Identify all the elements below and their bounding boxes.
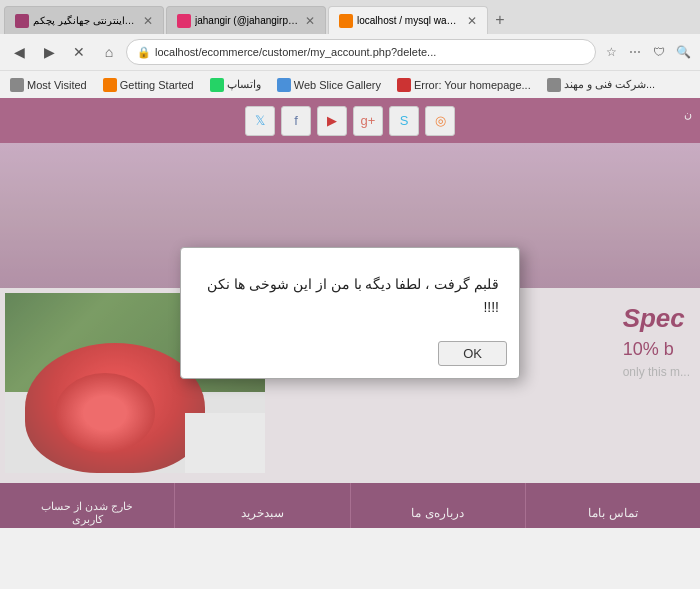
- tab-favicon-1: [15, 14, 29, 28]
- tab-2[interactable]: jahangir (@jahangirpachkam) • In... ✕: [166, 6, 326, 34]
- bookmark-icon-4: [277, 78, 291, 92]
- forward-button[interactable]: ▶: [36, 39, 62, 65]
- browser-chrome: فروشگاه اینترنتی جهانگیر پچکم ✕ jahangir…: [0, 0, 700, 98]
- tab-close-3[interactable]: ✕: [467, 14, 477, 28]
- tab-close-2[interactable]: ✕: [305, 14, 315, 28]
- bookmark-icon-2: [103, 78, 117, 92]
- bookmark-company[interactable]: شرکت فنی و مهند...: [543, 76, 659, 94]
- bookmarks-bar: Most Visited Getting Started واتساپ Web …: [0, 70, 700, 98]
- address-row: ◀ ▶ ✕ ⌂ 🔒 localhost/ecommerce/customer/m…: [0, 34, 700, 70]
- shield-button[interactable]: 🛡: [648, 41, 670, 63]
- address-bar[interactable]: 🔒 localhost/ecommerce/customer/my_accoun…: [126, 39, 596, 65]
- tab-favicon-2: [177, 14, 191, 28]
- tab-1[interactable]: فروشگاه اینترنتی جهانگیر پچکم ✕: [4, 6, 164, 34]
- address-actions: ☆ ⋯ 🛡 🔍: [600, 41, 694, 63]
- new-tab-button[interactable]: +: [488, 8, 512, 32]
- bookmark-error[interactable]: Error: Your homepage...: [393, 76, 535, 94]
- address-text: localhost/ecommerce/customer/my_account.…: [155, 46, 585, 58]
- tab-3[interactable]: localhost / mysql wampserver / ec... ✕: [328, 6, 488, 34]
- bookmark-label-5: Error: Your homepage...: [414, 79, 531, 91]
- bookmark-most-visited[interactable]: Most Visited: [6, 76, 91, 94]
- ok-button[interactable]: OK: [438, 341, 507, 366]
- home-button[interactable]: ⌂: [96, 39, 122, 65]
- bookmark-icon-1: [10, 78, 24, 92]
- tab-bar: فروشگاه اینترنتی جهانگیر پچکم ✕ jahangir…: [0, 0, 700, 34]
- bookmark-label-1: Most Visited: [27, 79, 87, 91]
- back-button[interactable]: ◀: [6, 39, 32, 65]
- tab-favicon-3: [339, 14, 353, 28]
- bookmark-icon-6: [547, 78, 561, 92]
- bookmark-icon-3: [210, 78, 224, 92]
- bookmark-star-button[interactable]: ☆: [600, 41, 622, 63]
- more-button[interactable]: ⋯: [624, 41, 646, 63]
- bookmark-label-2: Getting Started: [120, 79, 194, 91]
- page-content: ن 𝕏 f ▶ g+ S ◎ Spec 10% b only this: [0, 98, 700, 528]
- bookmark-label-4: Web Slice Gallery: [294, 79, 381, 91]
- tab-label-3: localhost / mysql wampserver / ec...: [357, 15, 461, 26]
- bookmark-label-6: شرکت فنی و مهند...: [564, 78, 655, 91]
- alert-dialog: قلبم گرفت ، لطفا دیگه با من از این شوخی …: [180, 247, 520, 379]
- dialog-message: قلبم گرفت ، لطفا دیگه با من از این شوخی …: [181, 248, 519, 333]
- tab-close-1[interactable]: ✕: [143, 14, 153, 28]
- search-button[interactable]: 🔍: [672, 41, 694, 63]
- bookmark-whatsapp[interactable]: واتساپ: [206, 76, 265, 94]
- bookmark-getting-started[interactable]: Getting Started: [99, 76, 198, 94]
- lock-icon: 🔒: [137, 46, 151, 59]
- reload-button[interactable]: ✕: [66, 39, 92, 65]
- tab-label-2: jahangir (@jahangirpachkam) • In...: [195, 15, 299, 26]
- dialog-buttons: OK: [181, 333, 519, 378]
- bookmark-icon-5: [397, 78, 411, 92]
- bookmark-webslice[interactable]: Web Slice Gallery: [273, 76, 385, 94]
- bookmark-label-3: واتساپ: [227, 78, 261, 91]
- tab-label-1: فروشگاه اینترنتی جهانگیر پچکم: [33, 15, 137, 26]
- dialog-overlay: قلبم گرفت ، لطفا دیگه با من از این شوخی …: [0, 98, 700, 528]
